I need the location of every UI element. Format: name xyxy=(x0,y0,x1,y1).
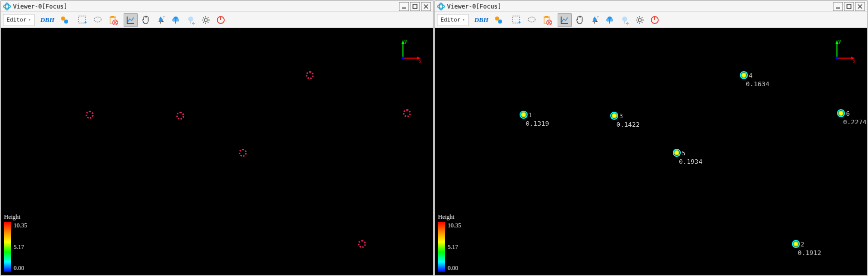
tree-tool[interactable] xyxy=(169,13,183,27)
svg-point-15 xyxy=(176,19,179,22)
titlebar[interactable]: Viewer-0[Focus] xyxy=(1,1,433,12)
dbh-button[interactable]: DBH xyxy=(473,13,491,27)
svg-text:+: + xyxy=(518,20,521,25)
point-value: 0.1422 xyxy=(616,121,640,128)
point-marker[interactable] xyxy=(403,109,411,117)
lasso-tool[interactable] xyxy=(525,13,539,27)
svg-text:x: x xyxy=(853,59,855,63)
point-marker[interactable] xyxy=(306,71,314,79)
window-title: Viewer-0[Focus] xyxy=(447,3,833,10)
window-title: Viewer-0[Focus] xyxy=(13,3,399,10)
svg-point-8 xyxy=(94,17,101,22)
close-button[interactable] xyxy=(855,2,865,11)
height-legend: Height 10.35 5.17 0.00 xyxy=(438,213,461,272)
point-value: 0.1912 xyxy=(798,249,821,256)
dbh-button[interactable]: DBH xyxy=(39,13,57,27)
svg-point-55 xyxy=(835,57,838,60)
power-button[interactable] xyxy=(648,13,662,27)
legend-min: 0.00 xyxy=(14,264,27,272)
svg-rect-39 xyxy=(594,22,595,24)
point-marker[interactable] xyxy=(792,240,800,248)
point-marker[interactable] xyxy=(176,112,184,120)
point-marker[interactable] xyxy=(740,71,748,79)
editor-dropdown[interactable]: Editor xyxy=(3,14,35,26)
svg-text:T: T xyxy=(163,16,165,20)
toolbar: Editor DBH + T xyxy=(435,12,867,28)
point-marker[interactable] xyxy=(520,111,528,119)
legend-colorbar xyxy=(4,222,11,272)
svg-point-17 xyxy=(188,17,193,22)
viewer-window: Viewer-0[Focus] Editor DBH + T xyxy=(1,1,433,275)
circles-tool[interactable] xyxy=(58,13,72,27)
delete-tool[interactable] xyxy=(540,13,554,27)
circles-tool[interactable] xyxy=(492,13,506,27)
svg-point-43 xyxy=(610,19,613,22)
maximize-button[interactable] xyxy=(410,2,420,11)
settings-button[interactable] xyxy=(199,13,213,27)
app-icon xyxy=(3,3,11,11)
svg-rect-30 xyxy=(836,8,840,9)
tree-export-tool[interactable] xyxy=(618,13,632,27)
point-marker[interactable] xyxy=(673,149,681,157)
delete-tool[interactable] xyxy=(106,13,120,27)
point-marker[interactable] xyxy=(837,109,845,117)
point-id: 3 xyxy=(619,113,623,120)
svg-text:y: y xyxy=(838,39,841,44)
legend-max: 10.35 xyxy=(448,222,461,229)
svg-point-36 xyxy=(528,17,535,22)
svg-point-47 xyxy=(638,19,641,22)
editor-dropdown[interactable]: Editor xyxy=(437,14,469,26)
tree-export-tool[interactable] xyxy=(184,13,198,27)
pan-tool[interactable] xyxy=(139,13,153,27)
svg-rect-16 xyxy=(175,21,176,24)
tree-measure-tool[interactable]: T xyxy=(588,13,602,27)
editor-label: Editor xyxy=(7,17,27,23)
titlebar[interactable]: Viewer-0[Focus] xyxy=(435,1,867,12)
add-box-tool[interactable]: + xyxy=(76,13,90,27)
pan-tool[interactable] xyxy=(573,13,587,27)
point-value: 0.1319 xyxy=(526,120,549,127)
legend-title: Height xyxy=(438,213,461,221)
svg-point-1 xyxy=(6,3,9,10)
add-box-tool[interactable]: + xyxy=(510,13,524,27)
tree-tool[interactable] xyxy=(603,13,617,27)
point-value: 0.1934 xyxy=(679,158,702,165)
height-legend: Height 10.35 5.17 0.00 xyxy=(4,213,27,272)
axis-gizmo[interactable]: yx xyxy=(832,38,857,63)
viewer-window: Viewer-0[Focus] Editor DBH + T xyxy=(435,1,867,275)
axis-gizmo[interactable]: yx xyxy=(398,38,423,63)
viewer-canvas[interactable]: yx Height 10.35 5.17 0.00 xyxy=(1,28,433,275)
viewer-canvas[interactable]: yx 10.131930.142240.163460.227450.193420… xyxy=(435,28,867,275)
tree-measure-tool[interactable]: T xyxy=(154,13,168,27)
svg-point-27 xyxy=(401,57,404,60)
legend-mid: 5.17 xyxy=(14,243,27,251)
svg-rect-18 xyxy=(190,21,191,24)
point-id: 1 xyxy=(529,112,532,119)
svg-point-33 xyxy=(498,20,502,24)
settings-button[interactable] xyxy=(633,13,647,27)
point-marker[interactable] xyxy=(358,240,366,248)
point-id: 6 xyxy=(846,110,849,117)
lasso-tool[interactable] xyxy=(91,13,105,27)
chart-tool[interactable] xyxy=(124,13,138,27)
minimize-button[interactable] xyxy=(833,2,843,11)
maximize-button[interactable] xyxy=(844,2,854,11)
svg-point-19 xyxy=(204,19,207,22)
svg-text:y: y xyxy=(404,39,407,44)
power-button[interactable] xyxy=(214,13,228,27)
chart-tool[interactable] xyxy=(558,13,572,27)
svg-rect-2 xyxy=(402,8,406,9)
point-value: 0.1634 xyxy=(746,80,769,88)
close-button[interactable] xyxy=(421,2,431,11)
svg-point-14 xyxy=(172,19,175,22)
svg-rect-46 xyxy=(624,21,625,24)
legend-title: Height xyxy=(4,213,27,221)
legend-min: 0.00 xyxy=(448,264,461,272)
point-id: 5 xyxy=(682,150,685,157)
svg-point-5 xyxy=(64,20,68,24)
svg-rect-3 xyxy=(413,5,417,9)
point-marker[interactable] xyxy=(86,111,94,119)
point-marker[interactable] xyxy=(610,112,618,120)
minimize-button[interactable] xyxy=(399,2,409,11)
point-marker[interactable] xyxy=(239,149,247,157)
